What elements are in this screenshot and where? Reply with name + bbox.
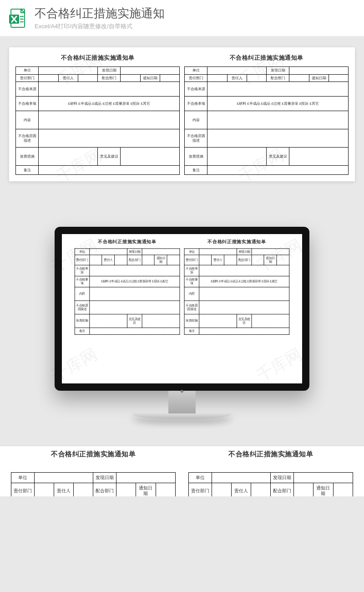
label-notice-date: 通知日期	[140, 74, 160, 82]
field-unit[interactable]	[39, 67, 98, 75]
field-resp-person[interactable]	[115, 255, 127, 265]
field-unit[interactable]	[199, 249, 237, 255]
label-nc-cause: 不合格原因描述	[16, 129, 39, 148]
field-notice-date[interactable]	[333, 483, 353, 497]
field-notice-date[interactable]	[160, 74, 179, 82]
field-notice-date[interactable]	[329, 74, 348, 82]
monitor-base	[132, 413, 232, 419]
label-resp-person: 责任人	[58, 74, 78, 82]
form-table: 单位 发现日期 责任部门 责任人 配合部门 通知日期 不合格来源 不合格事项	[184, 66, 349, 175]
field-resp-dept[interactable]	[34, 483, 54, 497]
field-nc-cause[interactable]	[207, 129, 349, 148]
field-resp-person[interactable]	[251, 483, 271, 497]
nc-form: 不合格纠正措施实施通知单 单位 发现日期 责任部门 责任人 配合部门 通知日期 …	[184, 54, 349, 175]
flat-preview-block: 千库网 千库网 千库网 千库网 不合格纠正措施实施通知单 单位 发现日期 责任部…	[0, 36, 364, 209]
field-unit[interactable]	[90, 249, 127, 255]
label-unit: 单位	[189, 473, 212, 483]
label-nc-item: 不合格事项	[184, 276, 199, 287]
field-nc-item-categories[interactable]: £材料 £半成品 £成品 £过程 £质量异常 £投诉 £其它	[90, 276, 180, 287]
field-coop-dept[interactable]	[252, 255, 264, 265]
field-issue-date[interactable]	[252, 249, 289, 255]
sheet-card: 不合格纠正措施实施通知单 单位 发现日期 责任部门 责任人 配合部门 通知日期 …	[9, 47, 355, 181]
field-resp-person[interactable]	[78, 74, 97, 82]
field-issue-date[interactable]	[116, 473, 176, 483]
field-nc-source[interactable]	[199, 265, 289, 276]
field-notice-date[interactable]	[277, 255, 289, 265]
field-remark[interactable]	[39, 166, 180, 175]
field-notice-date[interactable]	[156, 483, 175, 497]
field-nc-cause[interactable]	[199, 301, 289, 315]
field-resp-dept[interactable]	[207, 74, 227, 82]
label-resp-person: 责任人	[231, 483, 251, 497]
field-improve[interactable]	[90, 314, 127, 328]
field-issue-date[interactable]	[121, 67, 180, 75]
field-nc-item-categories[interactable]: £材料 £半成品 £成品 £过程 £质量异常 £投诉 £其它	[199, 276, 289, 287]
label-coop-dept: 配合部门	[127, 255, 142, 265]
label-issue-date: 发现日期	[271, 473, 294, 483]
field-opinion[interactable]	[289, 148, 349, 166]
field-coop-dept[interactable]	[289, 74, 309, 82]
form-title: 不合格纠正措施实施通知单	[11, 450, 176, 459]
field-coop-dept[interactable]	[294, 483, 313, 497]
field-notice-date[interactable]	[167, 255, 180, 265]
field-resp-person[interactable]	[74, 483, 93, 497]
field-issue-date[interactable]	[294, 473, 353, 483]
field-opinion[interactable]	[142, 314, 180, 328]
field-resp-dept[interactable]	[39, 74, 58, 82]
form-table: 单位 发现日期 责任部门 责任人 配合部门 通知日期 不合格来源 不合格事项	[11, 472, 176, 496]
field-opinion[interactable]	[121, 148, 180, 166]
label-opinion: 意见及建议	[98, 148, 121, 166]
field-unit[interactable]	[212, 473, 271, 483]
field-resp-dept[interactable]	[199, 255, 212, 265]
form-duplex: 不合格纠正措施实施通知单 单位 发现日期 责任部门 责任人 配合部门 通知日期 …	[15, 54, 349, 175]
label-nc-cause: 不合格原因描述	[75, 301, 89, 315]
field-improve[interactable]	[207, 148, 267, 166]
field-content[interactable]	[199, 287, 289, 301]
field-nc-source[interactable]	[207, 82, 349, 97]
field-improve[interactable]	[39, 148, 98, 166]
label-improve: 改善措施	[75, 314, 89, 328]
field-opinion[interactable]	[252, 314, 289, 328]
form-table: 单位 发现日期 责任部门 责任人 配合部门 通知日期 不合格来源 不合格事项	[75, 249, 180, 335]
label-content: 内容	[16, 111, 39, 129]
field-resp-dept[interactable]	[212, 483, 231, 497]
label-unit: 单位	[75, 249, 89, 255]
field-remark[interactable]	[90, 328, 180, 335]
label-resp-person: 责任人	[102, 255, 115, 265]
field-unit[interactable]	[34, 473, 93, 483]
field-nc-source[interactable]	[39, 82, 180, 97]
field-unit[interactable]	[207, 67, 267, 75]
field-issue-date[interactable]	[289, 67, 349, 75]
field-resp-person[interactable]	[247, 74, 266, 82]
monitor-bezel: 不合格纠正措施实施通知单 单位 发现日期 责任部门 责任人 配合部门 通知日期 …	[55, 227, 309, 391]
label-remark: 备注	[185, 166, 207, 175]
field-content[interactable]	[39, 111, 180, 129]
field-resp-dept[interactable]	[90, 255, 102, 265]
field-coop-dept[interactable]	[121, 74, 140, 82]
nc-form: 不合格纠正措施实施通知单 单位 发现日期 责任部门 责任人 配合部门 通知日期 …	[184, 239, 290, 335]
field-improve[interactable]	[199, 314, 237, 328]
field-remark[interactable]	[207, 166, 349, 175]
field-resp-person[interactable]	[224, 255, 237, 265]
label-nc-source: 不合格来源	[75, 265, 89, 276]
field-nc-item-categories[interactable]: £材料 £半成品 £成品 £过程 £质量异常 £投诉 £其它	[39, 97, 180, 111]
label-resp-dept: 责任部门	[16, 74, 39, 82]
field-coop-dept[interactable]	[116, 483, 136, 497]
monitor-stand	[168, 391, 196, 413]
field-content[interactable]	[207, 111, 349, 129]
label-opinion: 意见及建议	[237, 314, 251, 328]
field-remark[interactable]	[199, 328, 289, 335]
field-issue-date[interactable]	[142, 249, 180, 255]
field-nc-item-categories[interactable]: £材料 £半成品 £成品 £过程 £质量异常 £投诉 £其它	[207, 97, 349, 111]
field-nc-cause[interactable]	[90, 301, 180, 315]
nc-form: 不合格纠正措施实施通知单 单位 发现日期 责任部门 责任人 配合部门 通知日期 …	[188, 450, 353, 496]
form-title: 不合格纠正措施实施通知单	[188, 450, 353, 459]
monitor: 不合格纠正措施实施通知单 单位 发现日期 责任部门 责任人 配合部门 通知日期 …	[55, 227, 309, 419]
field-nc-cause[interactable]	[39, 129, 180, 148]
nc-form: 不合格纠正措施实施通知单 单位 发现日期 责任部门 责任人 配合部门 通知日期 …	[15, 54, 180, 175]
field-content[interactable]	[90, 287, 180, 301]
label-opinion: 意见及建议	[127, 314, 142, 328]
field-coop-dept[interactable]	[142, 255, 155, 265]
bottom-crop-preview: 不合格纠正措施实施通知单 单位 发现日期 责任部门 责任人 配合部门 通知日期 …	[0, 446, 364, 496]
field-nc-source[interactable]	[90, 265, 180, 276]
